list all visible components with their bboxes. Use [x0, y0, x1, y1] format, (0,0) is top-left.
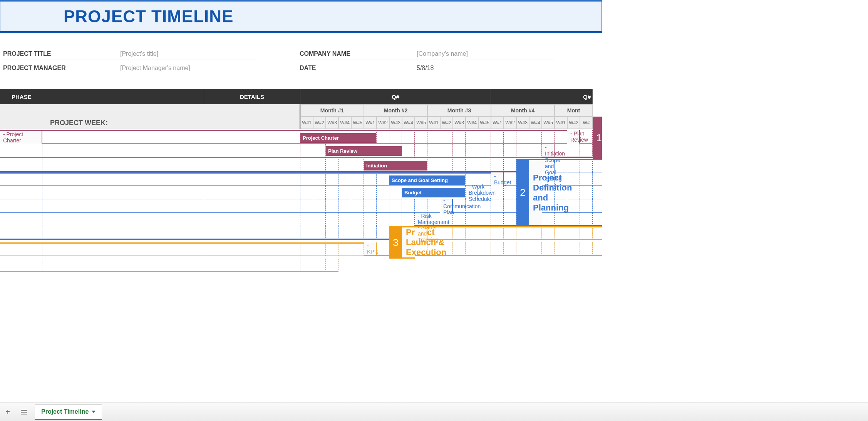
gantt-cell[interactable]: [491, 186, 504, 199]
gantt-cell[interactable]: [453, 199, 466, 213]
gantt-cell[interactable]: [427, 159, 440, 172]
gantt-cell[interactable]: [466, 226, 478, 240]
gantt-cell[interactable]: [453, 130, 466, 144]
gantt-bar[interactable]: Plan Review: [326, 146, 402, 156]
gantt-cell[interactable]: [300, 172, 313, 186]
gantt-cell[interactable]: [491, 242, 504, 256]
gantt-cell[interactable]: [478, 213, 491, 226]
gantt-cell[interactable]: [567, 199, 580, 213]
gantt-cell[interactable]: [491, 199, 504, 213]
gantt-cell[interactable]: [478, 159, 491, 172]
gantt-cell[interactable]: [478, 130, 491, 144]
gantt-cell[interactable]: [567, 172, 580, 186]
gantt-cell[interactable]: [580, 213, 593, 226]
gantt-cell[interactable]: [504, 242, 516, 256]
gantt-cell[interactable]: [364, 186, 377, 199]
gantt-chart[interactable]: PHASEDETAILSQ#Q#Month #1Month #2Month #3…: [0, 89, 602, 272]
gantt-cell[interactable]: [0, 186, 42, 199]
gantt-cell[interactable]: [364, 213, 377, 226]
meta-date[interactable]: DATE 5/8/18: [300, 62, 554, 74]
gantt-bar[interactable]: Project Charter: [300, 133, 376, 143]
gantt-cell[interactable]: [529, 242, 542, 256]
gantt-cell[interactable]: [338, 172, 351, 186]
gantt-cell[interactable]: [466, 159, 478, 172]
gantt-cell[interactable]: [427, 242, 440, 256]
gantt-cell[interactable]: [300, 226, 313, 240]
gantt-cell[interactable]: [478, 144, 491, 158]
gantt-cell[interactable]: [593, 213, 602, 226]
gantt-cell[interactable]: [313, 172, 326, 186]
gantt-cell[interactable]: [542, 242, 555, 256]
gantt-cell[interactable]: [567, 242, 580, 256]
gantt-cell[interactable]: [580, 226, 593, 240]
gantt-cell[interactable]: [542, 172, 555, 186]
gantt-cell[interactable]: [313, 144, 326, 158]
gantt-cell[interactable]: [300, 259, 313, 272]
gantt-cell[interactable]: [466, 213, 478, 226]
gantt-cell[interactable]: [542, 199, 555, 213]
gantt-cell[interactable]: [204, 159, 300, 172]
gantt-cell[interactable]: [593, 172, 602, 186]
gantt-cell[interactable]: [351, 213, 364, 226]
gantt-cell[interactable]: [0, 226, 42, 240]
gantt-cell[interactable]: [453, 226, 466, 240]
gantt-cell[interactable]: [42, 213, 204, 226]
gantt-cell[interactable]: [415, 199, 427, 213]
gantt-cell[interactable]: [504, 144, 516, 158]
gantt-cell[interactable]: [204, 144, 300, 158]
gantt-cell[interactable]: [555, 213, 567, 226]
meta-value[interactable]: [Company's name]: [417, 50, 468, 57]
gantt-cell[interactable]: [351, 226, 364, 240]
gantt-cell[interactable]: [0, 172, 42, 186]
gantt-cell[interactable]: [313, 242, 326, 256]
gantt-cell[interactable]: [466, 199, 478, 213]
gantt-bar[interactable]: Budget: [402, 188, 465, 197]
gantt-cell[interactable]: [542, 130, 555, 144]
gantt-cell[interactable]: [300, 199, 313, 213]
gantt-cell[interactable]: [580, 199, 593, 213]
gantt-cell[interactable]: Project Charter: [300, 130, 377, 144]
gantt-cell[interactable]: [529, 130, 542, 144]
gantt-cell[interactable]: [504, 172, 516, 186]
gantt-cell[interactable]: [300, 242, 313, 256]
gantt-cell[interactable]: [567, 144, 580, 158]
gantt-cell[interactable]: [542, 226, 555, 240]
gantt-cell[interactable]: [42, 242, 204, 256]
gantt-cell[interactable]: [478, 199, 491, 213]
gantt-cell[interactable]: [42, 130, 204, 144]
gantt-cell[interactable]: [42, 226, 204, 240]
gantt-cell[interactable]: [204, 213, 300, 226]
gantt-cell[interactable]: [338, 159, 351, 172]
gantt-cell[interactable]: [466, 130, 478, 144]
gantt-cell[interactable]: [204, 259, 300, 272]
gantt-cell[interactable]: [377, 130, 389, 144]
gantt-cell[interactable]: [338, 226, 351, 240]
gantt-cell[interactable]: [580, 159, 593, 172]
gantt-bar[interactable]: Scope and Goal Setting: [389, 175, 465, 185]
gantt-cell[interactable]: [364, 199, 377, 213]
gantt-cell[interactable]: [300, 213, 313, 226]
meta-value[interactable]: [Project Manager's name]: [120, 65, 190, 72]
gantt-cell[interactable]: [427, 226, 440, 240]
gantt-cell[interactable]: [440, 242, 453, 256]
gantt-cell[interactable]: [42, 159, 204, 172]
gantt-cell[interactable]: [313, 226, 326, 240]
gantt-cell[interactable]: Scope and Goal Setting: [389, 172, 466, 186]
gantt-cell[interactable]: [491, 159, 504, 172]
gantt-cell[interactable]: [338, 242, 351, 256]
gantt-cell[interactable]: [300, 144, 313, 158]
gantt-cell[interactable]: [389, 213, 402, 226]
gantt-cell[interactable]: [555, 186, 567, 199]
gantt-cell[interactable]: [364, 226, 377, 240]
gantt-cell[interactable]: [204, 172, 300, 186]
gantt-cell[interactable]: [389, 130, 402, 144]
gantt-cell[interactable]: [204, 199, 300, 213]
gantt-cell[interactable]: [364, 172, 377, 186]
gantt-cell[interactable]: [351, 199, 364, 213]
gantt-cell[interactable]: [593, 226, 602, 240]
gantt-cell[interactable]: [516, 226, 529, 240]
gantt-cell[interactable]: [326, 242, 338, 256]
gantt-cell[interactable]: [504, 186, 516, 199]
gantt-cell[interactable]: [351, 159, 364, 172]
gantt-cell[interactable]: [300, 159, 313, 172]
